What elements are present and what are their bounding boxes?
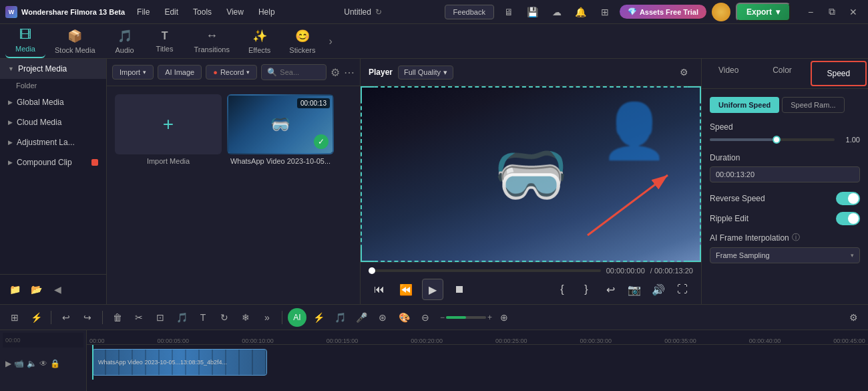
minimize-button[interactable]: − [801, 3, 820, 21]
info-icon[interactable]: ⓘ [792, 232, 800, 243]
export-button[interactable]: Export ▾ [736, 3, 791, 21]
import-button[interactable]: Import ▾ [112, 65, 154, 80]
tab-transitions[interactable]: ↔ Transitions [185, 25, 239, 57]
snapshot-button[interactable]: 📷 [624, 279, 645, 300]
add-track-icon[interactable]: ⊕ [495, 308, 513, 327]
menu-file[interactable]: File [130, 5, 156, 19]
scrub-thumb[interactable] [369, 267, 375, 274]
close-button[interactable]: ✕ [844, 3, 863, 21]
menu-help[interactable]: Help [252, 5, 282, 19]
crop-icon[interactable]: ⊡ [151, 308, 170, 327]
redo-icon[interactable]: ↪ [78, 308, 97, 327]
audio-btn[interactable]: 🔊 [648, 279, 669, 300]
timeline-clip[interactable]: WhatsApp Video 2023-10-05...13:08:35_4b2… [92, 349, 267, 376]
extend-icon[interactable]: » [258, 308, 276, 327]
assets-button[interactable]: 💎 Assets Free Trial [620, 5, 706, 19]
more-icon[interactable]: ⋯ [344, 66, 355, 79]
frame-back-button[interactable]: ⏪ [395, 279, 417, 300]
fullscreen-button[interactable]: ⛶ [672, 279, 693, 300]
scrub-track[interactable] [369, 269, 601, 272]
feedback-button[interactable]: Feedback [445, 5, 494, 19]
tab-stickers[interactable]: 😊 Stickers [280, 25, 324, 58]
monitor-icon[interactable]: 🖥 [499, 3, 518, 21]
playhead[interactable] [92, 345, 93, 380]
menu-edit[interactable]: Edit [158, 5, 185, 19]
new-folder-icon[interactable]: 📁 [5, 280, 24, 299]
tab-stock-media[interactable]: 📦 Stock Media [45, 25, 105, 58]
search-box[interactable]: 🔍 [261, 64, 327, 80]
tab-audio[interactable]: 🎵 Audio [105, 25, 145, 58]
speed-thumb[interactable] [773, 136, 781, 144]
uniform-speed-tab[interactable]: Uniform Speed [710, 97, 779, 113]
prev-frame-button[interactable]: ⏮ [369, 279, 390, 300]
tab-video[interactable]: Video [702, 59, 755, 88]
tab-color[interactable]: Color [755, 59, 809, 88]
ai-color-button[interactable]: AI [288, 308, 306, 327]
sidebar-item-global-media[interactable]: ▶ Global Media [0, 92, 106, 112]
sidebar-item-project-media[interactable]: ▼ Project Media [0, 59, 106, 79]
tab-media[interactable]: 🎞 Media [5, 24, 45, 58]
tab-titles[interactable]: T Titles [145, 26, 185, 57]
timeline-settings-icon[interactable]: ⚙ [844, 308, 863, 327]
timeline-snap-icon[interactable]: ⚡ [27, 308, 45, 327]
freeze-icon[interactable]: ❄ [236, 308, 255, 327]
filter-icon[interactable]: ⚙ [331, 66, 340, 79]
preview-settings-icon[interactable]: ⚙ [674, 63, 693, 82]
save-icon[interactable]: 💾 [523, 3, 542, 21]
sidebar-item-compound-clip[interactable]: ▶ Compound Clip [0, 152, 106, 172]
sidebar-item-cloud-media[interactable]: ▶ Cloud Media [0, 112, 106, 132]
nav-expand-icon[interactable]: › [324, 31, 336, 51]
grid-icon[interactable]: ⊞ [596, 3, 614, 21]
timeline-tracks[interactable]: 00:00 00:00:05:00 00:00:10:00 00:00:15:0… [87, 330, 868, 391]
stabilize-icon[interactable]: ⊛ [373, 308, 392, 327]
player-tab[interactable]: Player [369, 68, 393, 77]
sidebar-item-folder[interactable]: Folder [0, 79, 106, 92]
refresh-icon[interactable]: ↻ [375, 7, 382, 17]
upload-icon[interactable]: ☁ [548, 3, 566, 21]
lock-icon[interactable]: 🔒 [50, 359, 60, 368]
video-media-item[interactable]: 🥽 00:00:13 ✓ WhatsApp Video 2023-10-05..… [227, 94, 334, 296]
loop-icon[interactable]: ↻ [215, 308, 234, 327]
zoom-out-icon[interactable]: − [440, 313, 445, 322]
audio-sep-icon[interactable]: 🎵 [172, 308, 191, 327]
mic-icon[interactable]: 🎤 [352, 308, 371, 327]
mark-out-button[interactable]: } [576, 279, 597, 300]
menu-view[interactable]: View [220, 5, 250, 19]
timeline-layout-icon[interactable]: ⊞ [5, 308, 24, 327]
menu-tools[interactable]: Tools [186, 5, 218, 19]
video-thumb[interactable]: 🥽 00:00:13 ✓ [227, 94, 334, 154]
reverse-speed-toggle[interactable] [836, 192, 860, 205]
stop-button[interactable]: ⏹ [449, 279, 470, 300]
undo-icon[interactable]: ↩ [57, 308, 75, 327]
tab-speed[interactable]: Speed [811, 61, 867, 86]
subtract-icon[interactable]: ⊖ [416, 308, 435, 327]
play-icon[interactable]: ▶ [5, 359, 11, 368]
sidebar-item-adjustment-layer[interactable]: ▶ Adjustment La... [0, 132, 106, 152]
duration-input[interactable] [710, 166, 860, 182]
speed-ramp-tab[interactable]: Speed Ram... [782, 97, 844, 113]
video-icon[interactable]: 📹 [14, 359, 24, 368]
play-button[interactable]: ▶ [422, 279, 443, 300]
quality-select[interactable]: Full Quality ▾ [398, 66, 453, 80]
cut-icon[interactable]: ✂ [130, 308, 148, 327]
search-input[interactable] [280, 68, 320, 76]
delete-icon[interactable]: 🗑 [108, 308, 127, 327]
beat-icon[interactable]: 🎵 [331, 308, 349, 327]
frame-sampling-select[interactable]: Frame Sampling ▾ [710, 247, 860, 263]
ripple-edit-toggle[interactable] [836, 212, 860, 225]
theme-button[interactable] [712, 3, 730, 21]
text-icon[interactable]: T [194, 308, 212, 327]
collapse-icon[interactable]: ◀ [48, 280, 67, 299]
speed-slider[interactable] [710, 138, 835, 141]
color-match-icon[interactable]: 🎨 [395, 308, 413, 327]
loop-button[interactable]: ↩ [600, 279, 621, 300]
record-button[interactable]: ● Record ▾ [206, 65, 257, 80]
notification-icon[interactable]: 🔔 [572, 3, 590, 21]
mark-in-button[interactable]: { [552, 279, 573, 300]
import-folder-icon[interactable]: 📂 [27, 280, 45, 299]
eye-icon[interactable]: 👁 [39, 359, 47, 368]
import-media-item[interactable]: + Import Media [115, 94, 222, 296]
ai-image-button[interactable]: AI Image [158, 65, 202, 80]
tab-effects[interactable]: ✨ Effects [239, 25, 280, 58]
speed-icon[interactable]: ⚡ [309, 308, 328, 327]
